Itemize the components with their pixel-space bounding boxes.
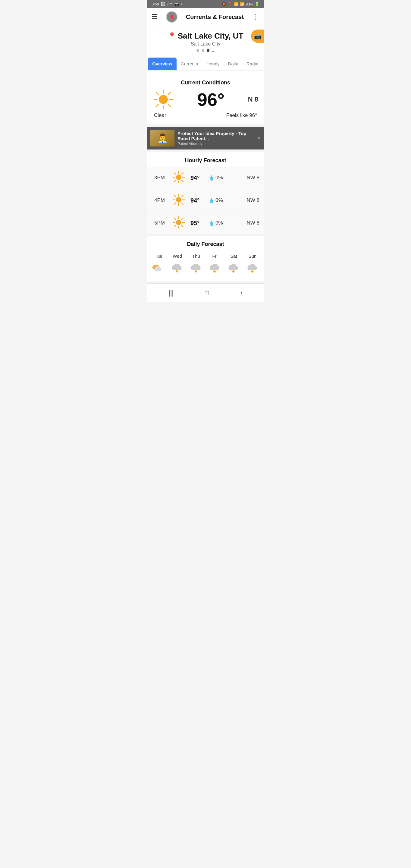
status-temp: 77° bbox=[167, 2, 173, 6]
dot-indicator: • bbox=[181, 2, 183, 6]
condition-label: Clear bbox=[154, 113, 166, 119]
status-right: 🔕 📍 📶 📶 93% 🔋 bbox=[221, 2, 259, 6]
tab-hourly[interactable]: Hourly bbox=[202, 58, 224, 70]
day-label-thu: Thu bbox=[192, 253, 200, 258]
svg-line-16 bbox=[174, 180, 176, 182]
gallery-icon: 🖼 bbox=[161, 2, 165, 6]
svg-line-39 bbox=[153, 265, 154, 266]
daily-item-sun: Sun bbox=[243, 253, 262, 273]
app-bar-title: Currents & Forecast bbox=[186, 13, 244, 21]
hour-wind-4pm: NW 8 bbox=[247, 197, 260, 204]
svg-marker-44 bbox=[232, 270, 235, 273]
bottom-nav: ||| □ ‹ bbox=[147, 283, 264, 302]
day-icon-thu bbox=[189, 261, 203, 273]
svg-line-34 bbox=[174, 225, 176, 227]
day-label-sun: Sun bbox=[248, 253, 256, 258]
hourly-row-5pm: 5PM 95° 💧 0% NW 8 bbox=[147, 212, 264, 235]
daily-item-tue: Tue bbox=[149, 253, 168, 273]
wifi-icon: 📶 bbox=[233, 2, 238, 6]
current-conditions-title: Current Conditions bbox=[153, 74, 258, 89]
nav-home-button[interactable]: □ bbox=[199, 288, 215, 298]
svg-point-8 bbox=[159, 95, 168, 104]
ad-title: Protect Your Idea Property - Top Rated P… bbox=[178, 131, 246, 141]
hour-precip-3pm: 💧 0% bbox=[209, 175, 230, 181]
hour-wind-5pm: NW 8 bbox=[247, 220, 260, 226]
svg-line-32 bbox=[182, 225, 183, 227]
day-icon-fri bbox=[208, 261, 222, 273]
svg-line-13 bbox=[174, 173, 176, 174]
dot-3[interactable] bbox=[207, 49, 210, 52]
more-options-icon[interactable]: ⋮ bbox=[252, 13, 259, 21]
hour-label-3pm: 3PM bbox=[152, 175, 168, 181]
day-label-tue: Tue bbox=[155, 253, 162, 258]
hour-temp-5pm: 95° bbox=[190, 220, 209, 227]
app-logo: 4 bbox=[166, 11, 178, 23]
svg-point-17 bbox=[176, 175, 181, 180]
svg-line-33 bbox=[182, 218, 183, 219]
hourly-section: Hourly Forecast 3PM 94° 💧 0% NW 8 4PM bbox=[147, 152, 264, 235]
tab-currents[interactable]: Currents bbox=[177, 58, 202, 70]
day-icon-sun bbox=[245, 261, 260, 273]
location-city: Salt Lake City, UT bbox=[178, 31, 244, 41]
hour-precip-4pm: 💧 0% bbox=[209, 197, 230, 204]
tab-daily[interactable]: Daily bbox=[224, 58, 242, 70]
location-header: 📍 Salt Lake City, UT Salt Lake City + 📷 bbox=[147, 26, 264, 57]
nav-recents-button[interactable]: ||| bbox=[162, 288, 180, 298]
day-label-wed: Wed bbox=[173, 253, 182, 258]
nav-back-button[interactable]: ‹ bbox=[234, 288, 249, 298]
tab-radar[interactable]: Radar bbox=[242, 58, 263, 70]
app-bar: ☰ 4 Currents & Forecast ⋮ bbox=[147, 8, 264, 26]
ad-close-icon[interactable]: ✕ bbox=[257, 135, 261, 141]
hour-icon-3pm bbox=[172, 171, 187, 185]
battery-text: 93% bbox=[246, 2, 253, 6]
svg-marker-41 bbox=[176, 270, 179, 273]
camera-icon: 📷 bbox=[254, 33, 261, 40]
day-label-sat: Sat bbox=[230, 253, 237, 258]
current-conditions: Current Conditions 96° N 8 bbox=[147, 71, 264, 124]
location-icon: 📍 bbox=[227, 2, 232, 6]
tab-overview[interactable]: Overview bbox=[148, 58, 177, 70]
daily-item-thu: Thu bbox=[187, 253, 205, 273]
drop-icon-3pm: 💧 bbox=[209, 175, 215, 181]
status-time: 3:59 bbox=[152, 2, 159, 6]
daily-grid: Tue Wed Thu bbox=[147, 250, 264, 276]
svg-line-7 bbox=[156, 104, 158, 107]
hour-temp-4pm: 94° bbox=[190, 197, 209, 204]
daily-title: Daily Forecast bbox=[147, 236, 264, 250]
svg-line-14 bbox=[182, 180, 183, 182]
svg-line-23 bbox=[182, 203, 183, 204]
ad-image: 👨‍💼 bbox=[150, 130, 175, 147]
nav-tabs: Overview Currents Hourly Daily Radar › bbox=[147, 57, 264, 71]
battery-icon: 🔋 bbox=[255, 2, 259, 6]
dot-1[interactable] bbox=[196, 49, 199, 52]
svg-marker-43 bbox=[213, 270, 216, 273]
status-bar: 3:59 🖼 77° 📷 • 🔕 📍 📶 📶 93% 🔋 bbox=[147, 0, 264, 8]
daily-item-fri: Fri bbox=[205, 253, 224, 273]
hour-icon-4pm bbox=[172, 193, 187, 207]
hamburger-icon[interactable]: ☰ bbox=[152, 13, 158, 21]
svg-line-24 bbox=[182, 195, 183, 197]
camera-badge[interactable]: 📷 bbox=[251, 30, 264, 43]
hour-label-5pm: 5PM bbox=[152, 220, 168, 226]
hourly-title: Hourly Forecast bbox=[147, 152, 264, 167]
hour-temp-3pm: 94° bbox=[190, 175, 209, 181]
sun-weather-icon bbox=[153, 89, 174, 110]
ad-banner[interactable]: 👨‍💼 Protect Your Idea Property - Top Rat… bbox=[147, 127, 264, 150]
svg-point-35 bbox=[176, 220, 181, 225]
location-dots: + bbox=[152, 49, 259, 54]
drop-icon-4pm: 💧 bbox=[209, 198, 215, 204]
current-main: 96° N 8 bbox=[153, 89, 258, 110]
day-icon-sat bbox=[226, 261, 241, 273]
tabs-arrow[interactable]: › bbox=[263, 57, 264, 70]
day-icon-wed bbox=[170, 261, 184, 273]
ad-text: Protect Your Idea Property - Top Rated P… bbox=[178, 131, 254, 146]
day-label-fri: Fri bbox=[212, 253, 218, 258]
location-sub: Salt Lake City bbox=[152, 41, 259, 47]
current-temp: 96° bbox=[197, 89, 225, 110]
dot-2[interactable] bbox=[201, 49, 204, 52]
svg-marker-42 bbox=[194, 270, 197, 273]
svg-line-22 bbox=[174, 195, 176, 197]
day-icon-tue bbox=[151, 261, 166, 273]
svg-line-4 bbox=[156, 92, 158, 94]
dot-add[interactable]: + bbox=[212, 49, 215, 54]
